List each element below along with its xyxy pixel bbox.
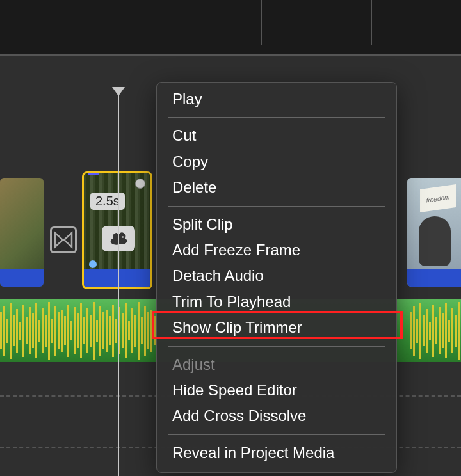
svg-rect-47 [147,312,149,349]
svg-rect-4 [10,303,12,359]
svg-rect-61 [445,303,447,358]
svg-rect-49 [154,316,156,345]
menu-item-delete[interactable]: Delete [157,175,396,200]
svg-rect-51 [413,306,415,356]
clip-thumbnail-text: freedom [420,184,456,212]
svg-rect-11 [32,313,34,348]
svg-rect-50 [410,312,412,349]
video-clip-selected[interactable]: 2.5s [82,171,152,289]
svg-rect-44 [138,302,140,360]
toolbar-divider [0,54,461,56]
svg-rect-9 [26,317,28,344]
svg-rect-30 [93,302,95,360]
svg-rect-1 [0,312,2,349]
menu-item-split-clip[interactable]: Split Clip [157,212,396,237]
clip-audio-strip [84,269,150,287]
menu-item-show-clip-trimmer[interactable]: Show Clip Trimmer [157,315,396,340]
timeline[interactable]: 2.5s freedom Play Cut Copy Delete Split … [0,56,461,476]
menu-item-hide-speed-editor[interactable]: Hide Speed Editor [157,377,396,403]
svg-rect-34 [106,310,108,352]
svg-rect-32 [99,306,101,356]
svg-rect-35 [109,316,111,345]
menu-item-add-freeze-frame[interactable]: Add Freeze Frame [157,237,396,263]
svg-rect-65 [458,302,460,360]
svg-rect-42 [131,308,133,353]
svg-rect-13 [38,320,40,342]
toolbar-area [0,0,461,56]
svg-rect-60 [442,313,444,348]
menu-separator [168,434,385,435]
svg-rect-3 [6,319,8,343]
svg-rect-40 [125,303,127,358]
svg-rect-54 [423,315,425,346]
svg-rect-46 [144,306,146,356]
svg-rect-41 [128,321,130,340]
menu-separator [168,346,385,347]
svg-rect-10 [29,307,31,354]
svg-rect-37 [115,319,117,343]
menu-separator [168,117,385,118]
svg-rect-29 [90,315,92,347]
clip-keyframe-dot[interactable] [89,260,97,268]
context-menu: Play Cut Copy Delete Split Clip Add Free… [156,82,397,473]
svg-rect-15 [45,315,47,347]
menu-item-play[interactable]: Play [157,86,396,112]
svg-rect-31 [96,320,98,342]
svg-rect-43 [134,315,136,347]
svg-point-0 [122,236,124,238]
svg-rect-12 [35,303,37,358]
clip-audio-strip [0,269,44,287]
svg-rect-25 [77,313,79,348]
svg-rect-16 [48,302,50,360]
svg-rect-33 [102,312,104,349]
svg-rect-22 [67,305,69,357]
toolbar-divider [371,0,372,45]
playhead[interactable] [118,95,119,476]
menu-item-cut[interactable]: Cut [157,123,396,148]
video-clip[interactable] [0,178,44,287]
menu-item-copy[interactable]: Copy [157,149,396,175]
svg-rect-36 [112,305,114,357]
menu-item-trim-to-playhead[interactable]: Trim To Playhead [157,289,396,315]
svg-rect-14 [42,308,44,353]
svg-rect-58 [435,317,437,344]
menu-separator [168,206,385,207]
svg-rect-39 [122,313,124,348]
svg-rect-23 [70,321,72,340]
svg-rect-28 [86,308,88,353]
menu-item-add-cross-dissolve[interactable]: Add Cross Dissolve [157,403,396,429]
svg-rect-8 [22,305,24,357]
menu-item-adjust: Adjust [157,352,396,377]
svg-rect-62 [448,320,450,342]
svg-rect-17 [51,319,53,343]
svg-rect-24 [74,307,76,354]
svg-rect-19 [58,312,60,349]
svg-rect-64 [455,315,457,347]
svg-rect-26 [80,303,82,358]
menu-item-reveal-in-project-media[interactable]: Reveal in Project Media [157,440,396,466]
svg-rect-18 [54,306,56,356]
svg-rect-20 [61,310,63,352]
svg-rect-6 [16,309,18,353]
svg-rect-57 [432,305,434,357]
svg-rect-53 [419,303,421,359]
svg-rect-2 [3,306,5,356]
svg-rect-52 [416,319,418,343]
clip-audio-strip [407,269,461,287]
clip-marker [88,171,99,175]
clip-thumbnail [419,216,451,266]
toolbar-divider [261,0,262,45]
video-clip[interactable]: freedom [407,178,461,287]
menu-item-detach-audio[interactable]: Detach Audio [157,263,396,289]
svg-rect-45 [141,317,143,344]
svg-rect-48 [150,310,152,352]
svg-rect-5 [13,315,15,346]
svg-rect-7 [19,322,21,340]
clip-speed-handle[interactable] [135,178,145,189]
svg-rect-63 [451,308,453,353]
transition-icon[interactable] [50,226,77,253]
svg-rect-55 [426,309,428,353]
svg-rect-56 [429,322,431,340]
svg-rect-21 [64,316,66,345]
svg-rect-27 [83,317,85,344]
